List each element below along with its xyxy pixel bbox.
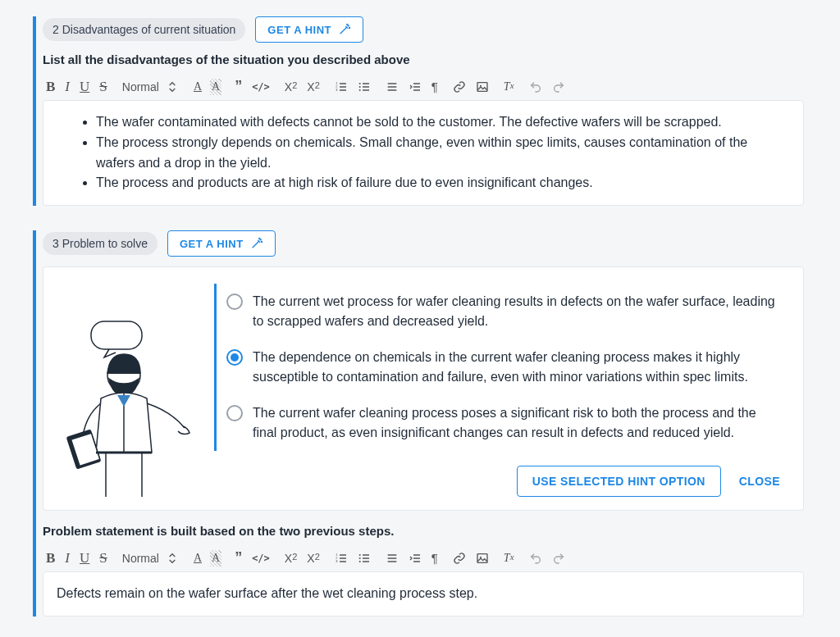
editor-toolbar: B I U S Normal A A ” </> X2 X2 123 ¶: [36, 544, 807, 571]
align-button[interactable]: [386, 552, 399, 565]
subscript-button[interactable]: X2: [285, 80, 297, 93]
highlight-button[interactable]: A: [212, 80, 220, 93]
undo-button[interactable]: [529, 552, 542, 565]
svg-point-1: [349, 27, 350, 28]
heading-select-label: Normal: [122, 552, 159, 565]
svg-point-21: [358, 554, 360, 556]
chevron-updown-icon: [166, 552, 179, 565]
undo-button[interactable]: [529, 80, 542, 93]
svg-point-7: [358, 86, 360, 88]
heading-select[interactable]: Normal: [122, 552, 179, 565]
indent-button[interactable]: [409, 80, 422, 93]
svg-point-0: [348, 25, 349, 26]
section-header: 2 Disadvantages of current situation GET…: [36, 16, 807, 43]
list-item: The process strongly depends on chemical…: [96, 133, 783, 174]
radio-icon: [226, 349, 243, 366]
editor-toolbar: B I U S Normal A A ” </> X2 X2 123 ¶: [36, 73, 807, 100]
svg-point-6: [358, 83, 360, 84]
align-button[interactable]: [386, 80, 399, 93]
redo-button[interactable]: [552, 80, 565, 93]
strike-button[interactable]: S: [99, 550, 107, 566]
get-hint-label: GET A HINT: [267, 24, 331, 36]
prompt-text: List all the disadvantages of the situat…: [36, 52, 807, 66]
italic-button[interactable]: I: [65, 550, 70, 566]
section-problem: 3 Problem to solve GET A HINT: [33, 230, 807, 617]
chevron-updown-icon: [166, 80, 179, 93]
list-item: The wafer contaminated with defects cann…: [96, 112, 783, 133]
assistant-illustration: [60, 284, 199, 497]
section-disadvantages: 2 Disadvantages of current situation GET…: [33, 16, 807, 206]
get-hint-button[interactable]: GET A HINT: [167, 230, 276, 257]
svg-point-8: [358, 89, 360, 91]
heading-select[interactable]: Normal: [122, 80, 179, 93]
get-hint-label: GET A HINT: [180, 238, 244, 250]
redo-button[interactable]: [552, 552, 565, 565]
superscript-button[interactable]: X2: [307, 80, 319, 93]
svg-text:3: 3: [336, 559, 338, 563]
ordered-list-button[interactable]: 123: [335, 80, 348, 93]
problem-statement-editor[interactable]: Defects remain on the wafer surface afte…: [43, 571, 804, 617]
svg-point-12: [261, 242, 262, 243]
hint-option-text: The current wafer cleaning process poses…: [253, 403, 783, 443]
subscript-button[interactable]: X2: [285, 552, 297, 565]
hint-actions: USE SELECTED HINT OPTION CLOSE: [214, 466, 783, 497]
svg-point-13: [258, 239, 259, 239]
bold-button[interactable]: B: [46, 79, 55, 95]
use-selected-hint-button[interactable]: USE SELECTED HINT OPTION: [517, 466, 721, 497]
svg-text:3: 3: [336, 88, 338, 92]
hint-options-list: The current wet process for wafer cleani…: [214, 284, 783, 497]
quote-button[interactable]: ”: [235, 549, 242, 566]
hint-option[interactable]: The dependence on chemicals in the curre…: [217, 339, 783, 395]
image-button[interactable]: [476, 552, 489, 565]
strike-button[interactable]: S: [99, 79, 107, 95]
radio-icon: [226, 293, 243, 310]
svg-point-2: [347, 24, 348, 25]
underline-button[interactable]: U: [80, 79, 89, 95]
magic-wand-icon: [250, 237, 263, 250]
heading-select-label: Normal: [122, 80, 159, 93]
indent-button[interactable]: [409, 552, 422, 565]
italic-button[interactable]: I: [65, 79, 70, 95]
section-header: 3 Problem to solve GET A HINT: [36, 230, 807, 257]
prompt-text: Problem statement is built based on the …: [36, 524, 807, 538]
highlight-button[interactable]: A: [212, 552, 220, 565]
bullet-list: The wafer contaminated with defects cann…: [63, 112, 783, 193]
underline-button[interactable]: U: [80, 550, 89, 566]
image-button[interactable]: [476, 80, 489, 93]
svg-rect-24: [477, 553, 487, 562]
get-hint-button[interactable]: GET A HINT: [255, 16, 363, 43]
link-button[interactable]: [453, 80, 466, 93]
step-badge-2: 2 Disadvantages of current situation: [43, 18, 245, 41]
hint-option-text: The dependence on chemicals in the curre…: [253, 348, 783, 387]
clear-format-button[interactable]: Tx: [504, 80, 514, 93]
step-badge-3: 3 Problem to solve: [43, 232, 158, 255]
svg-rect-14: [91, 321, 142, 349]
hint-options-panel: The current wet process for wafer cleani…: [43, 266, 804, 511]
radio-icon: [226, 405, 243, 421]
ordered-list-button[interactable]: 123: [335, 552, 348, 565]
quote-button[interactable]: ”: [235, 78, 242, 95]
svg-point-23: [358, 561, 360, 562]
hint-option[interactable]: The current wafer cleaning process poses…: [217, 395, 783, 451]
disadvantages-editor[interactable]: The wafer contaminated with defects cann…: [43, 100, 804, 206]
hint-option-text: The current wet process for wafer cleani…: [253, 292, 783, 331]
close-hint-button[interactable]: CLOSE: [736, 466, 783, 496]
superscript-button[interactable]: X2: [307, 552, 319, 565]
svg-point-11: [260, 239, 261, 240]
link-button[interactable]: [453, 552, 466, 565]
text-color-button[interactable]: A: [194, 552, 202, 565]
paragraph-button[interactable]: ¶: [431, 551, 438, 565]
unordered-list-button[interactable]: [358, 80, 371, 93]
code-button[interactable]: </>: [252, 553, 270, 564]
svg-rect-9: [477, 82, 487, 91]
bold-button[interactable]: B: [46, 550, 55, 566]
list-item: The process and products are at high ris…: [96, 173, 783, 193]
magic-wand-icon: [338, 23, 351, 36]
text-color-button[interactable]: A: [194, 80, 202, 93]
code-button[interactable]: </>: [252, 81, 270, 93]
svg-point-22: [358, 557, 360, 559]
hint-option[interactable]: The current wet process for wafer cleani…: [217, 284, 783, 339]
paragraph-button[interactable]: ¶: [431, 80, 438, 93]
clear-format-button[interactable]: Tx: [504, 552, 514, 565]
unordered-list-button[interactable]: [358, 552, 371, 565]
